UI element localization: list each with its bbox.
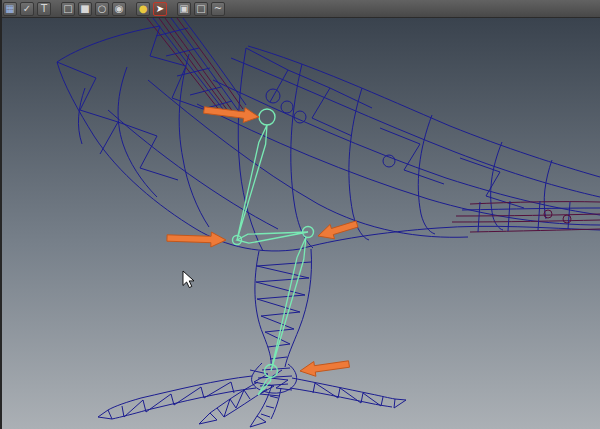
mouse-cursor: [183, 271, 194, 288]
viewport[interactable]: [0, 18, 600, 429]
maya-viewport-window: ▦ ✓ T □ ■ ○ ◉ ● ➤ ▣ □ ~: [0, 0, 600, 429]
curve-tool-icon[interactable]: ~: [211, 2, 225, 16]
scene-svg: [0, 18, 600, 429]
wireframe-sphere-icon[interactable]: ○: [95, 2, 109, 16]
skeleton-bone: [237, 232, 308, 243]
panel-edge: [0, 0, 2, 429]
callout-arrow: [300, 361, 350, 377]
checker-icon[interactable]: ▦: [3, 2, 17, 16]
frame-icon[interactable]: □: [194, 2, 208, 16]
wireframe-cube-icon[interactable]: □: [61, 2, 75, 16]
callout-arrow: [318, 221, 358, 239]
callout-arrow: [167, 232, 226, 247]
light-icon[interactable]: ●: [136, 2, 150, 16]
cursor-arrow: [183, 271, 194, 288]
viewport-toolbar: ▦ ✓ T □ ■ ○ ◉ ● ➤ ▣ □ ~: [0, 0, 600, 18]
isolate-select-icon[interactable]: ▣: [177, 2, 191, 16]
checkbox-icon[interactable]: ✓: [20, 2, 34, 16]
select-cursor-icon[interactable]: ➤: [153, 2, 167, 16]
skeleton-layer[interactable]: [233, 109, 314, 395]
skeleton-bone: [271, 237, 306, 371]
textured-sphere-icon[interactable]: ◉: [112, 2, 126, 16]
skeleton-joint: [259, 109, 275, 125]
shaded-cube-icon[interactable]: ■: [78, 2, 92, 16]
text-tool-icon[interactable]: T: [37, 2, 51, 16]
